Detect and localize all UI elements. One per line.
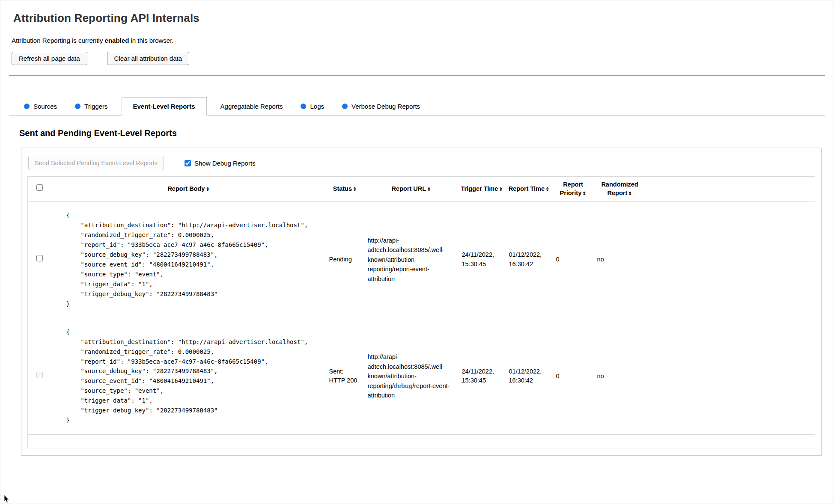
- tab-triggers-label: Triggers: [84, 103, 107, 110]
- select-all-header: [28, 177, 52, 202]
- col-header-report-time[interactable]: Report Time⇕: [506, 177, 553, 202]
- tab-event-level-reports-label: Event-Level Reports: [133, 103, 195, 110]
- page-divider: [9, 75, 825, 76]
- tab-verbose-debug-reports[interactable]: Verbose Debug Reports: [338, 97, 424, 115]
- show-debug-reports-toggle[interactable]: Show Debug Reports: [185, 160, 256, 167]
- spacer-cell: [646, 202, 815, 318]
- report-priority-cell: 0: [553, 318, 594, 435]
- tab-sources[interactable]: Sources: [20, 97, 61, 115]
- debug-path-highlight: debug: [394, 382, 413, 389]
- sort-icon: ⇕: [628, 191, 632, 196]
- sort-icon: ⇕: [582, 191, 586, 196]
- status-cell: Pending: [326, 202, 364, 318]
- tab-logs[interactable]: Logs: [296, 97, 328, 115]
- event-level-reports-table: Report Body⇕ Status⇕ Report URL⇕ Trigger…: [27, 176, 815, 448]
- section-heading: Sent and Pending Event-Level Reports: [19, 128, 825, 138]
- col-header-report-priority[interactable]: Report Priority⇕: [553, 177, 594, 202]
- report-row-sent: { "attribution_destination": "http://ara…: [28, 318, 815, 435]
- spacer-column-header: [646, 177, 815, 202]
- mouse-cursor-icon: [4, 495, 10, 504]
- show-debug-reports-checkbox[interactable]: [185, 160, 191, 166]
- report-time-cell: 01/12/2022, 16:30:42: [506, 318, 553, 435]
- triggers-data-dot-icon: [75, 104, 80, 109]
- attribution-internals-page: Attribution Reporting API Internals Attr…: [0, 0, 834, 456]
- row-select-cell: [28, 202, 52, 318]
- report-body-cell: { "attribution_destination": "http://ara…: [52, 202, 326, 318]
- tab-aggregatable-reports[interactable]: Aggregatable Reports: [216, 97, 287, 115]
- page-title: Attribution Reporting API Internals: [13, 12, 825, 25]
- sort-icon: ⇕: [353, 187, 357, 192]
- col-header-trigger-time[interactable]: Trigger Time⇕: [459, 177, 506, 202]
- top-toolbar: Refresh all page data Clear all attribut…: [12, 52, 825, 65]
- select-all-checkbox[interactable]: [36, 184, 43, 191]
- col-header-status[interactable]: Status⇕: [326, 177, 364, 202]
- clear-all-button[interactable]: Clear all attribution data: [107, 52, 189, 65]
- tab-event-level-reports[interactable]: Event-Level Reports: [122, 97, 207, 116]
- row-select-cell: [28, 318, 52, 435]
- randomized-report-cell: no: [594, 202, 646, 318]
- report-url-cell: http://arapi-adtech.localhost:8085/.well…: [364, 202, 459, 318]
- status-enabled: enabled: [105, 37, 129, 44]
- tab-verbose-debug-reports-label: Verbose Debug Reports: [351, 103, 420, 110]
- table-footer-spacer: [28, 435, 815, 448]
- feature-status-text: Attribution Reporting is currently enabl…: [12, 37, 825, 44]
- verbose-data-dot-icon: [342, 104, 348, 109]
- row-select-checkbox-disabled[interactable]: [36, 372, 43, 378]
- send-selected-reports-button[interactable]: Send Selected Pending Event-Level Report…: [28, 156, 164, 170]
- reports-toolbar: Send Selected Pending Event-Level Report…: [28, 156, 815, 170]
- status-prefix: Attribution Reporting is currently: [12, 37, 105, 44]
- report-body-cell: { "attribution_destination": "http://ara…: [52, 318, 326, 435]
- sort-icon: ⇕: [499, 187, 503, 192]
- report-row-pending: { "attribution_destination": "http://ara…: [28, 202, 815, 318]
- table-header-row: Report Body⇕ Status⇕ Report URL⇕ Trigger…: [28, 177, 815, 202]
- show-debug-reports-label: Show Debug Reports: [194, 160, 256, 167]
- trigger-time-cell: 24/11/2022, 15:30:45: [459, 202, 506, 318]
- status-suffix: in this browser.: [129, 37, 173, 44]
- status-cell: Sent: HTTP 200: [326, 318, 364, 435]
- sort-icon: ⇕: [206, 187, 209, 192]
- tab-sources-label: Sources: [33, 103, 57, 110]
- logs-data-dot-icon: [301, 104, 306, 109]
- tab-triggers[interactable]: Triggers: [71, 97, 112, 115]
- tab-logs-label: Logs: [310, 103, 324, 110]
- spacer-cell: [646, 318, 815, 435]
- sort-icon: ⇕: [427, 187, 431, 192]
- col-header-report-url[interactable]: Report URL⇕: [364, 177, 459, 202]
- reports-panel: Send Selected Pending Event-Level Report…: [21, 148, 822, 456]
- report-body-json: { "attribution_destination": "http://ara…: [66, 327, 322, 426]
- sort-icon: ⇕: [545, 187, 549, 192]
- col-header-randomized-report[interactable]: Randomized Report⇕: [594, 177, 646, 202]
- tab-bar: Sources Triggers Event-Level Reports Agg…: [9, 97, 825, 116]
- col-header-report-body[interactable]: Report Body⇕: [52, 177, 326, 202]
- refresh-all-button[interactable]: Refresh all page data: [12, 52, 87, 65]
- row-select-checkbox[interactable]: [36, 255, 43, 261]
- table-footer-row: [28, 435, 815, 448]
- trigger-time-cell: 24/11/2022, 15:30:45: [459, 318, 506, 435]
- sources-data-dot-icon: [24, 104, 30, 109]
- report-time-cell: 01/12/2022, 16:30:42: [506, 202, 553, 318]
- tab-aggregatable-reports-label: Aggregatable Reports: [220, 103, 283, 110]
- report-body-json: { "attribution_destination": "http://ara…: [66, 210, 322, 309]
- randomized-report-cell: no: [594, 318, 646, 435]
- report-url-cell: http://arapi-adtech.localhost:8085/.well…: [364, 318, 459, 435]
- report-priority-cell: 0: [553, 202, 594, 318]
